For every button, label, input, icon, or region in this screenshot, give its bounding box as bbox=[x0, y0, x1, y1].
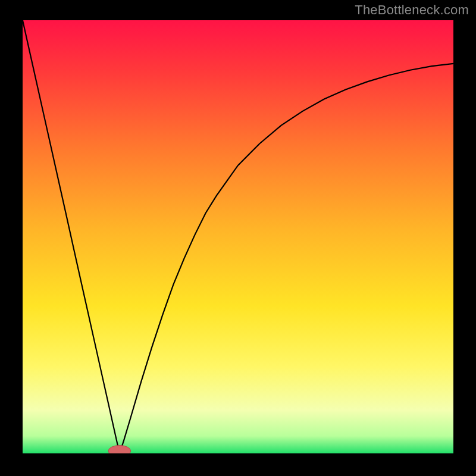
gradient-background bbox=[23, 20, 453, 453]
chart-svg bbox=[23, 20, 453, 453]
watermark-text: TheBottleneck.com bbox=[355, 2, 469, 18]
plot-area bbox=[23, 20, 453, 453]
chart-container: TheBottleneck.com bbox=[0, 0, 476, 476]
